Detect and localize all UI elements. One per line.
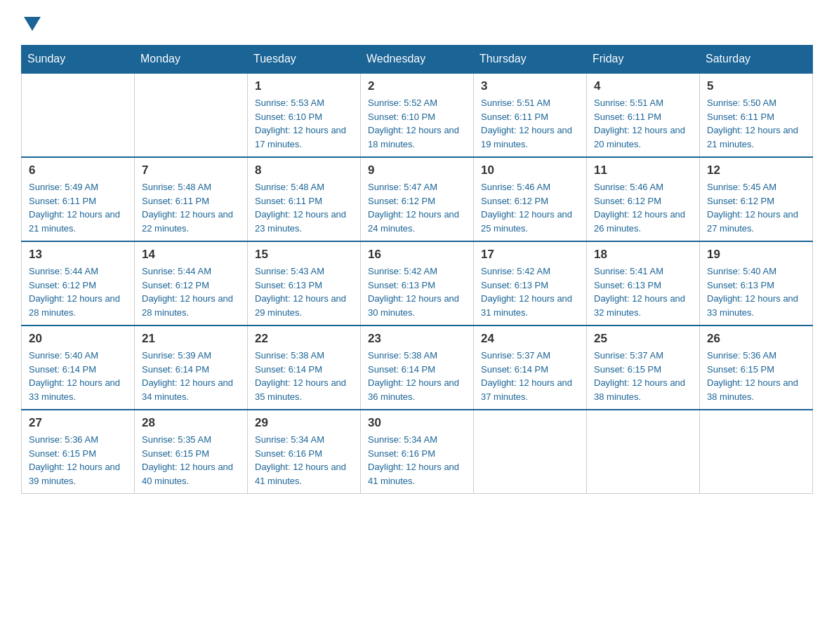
column-header-saturday: Saturday	[700, 46, 813, 74]
logo-triangle-icon	[24, 17, 41, 31]
day-cell: 16Sunrise: 5:42 AMSunset: 6:13 PMDayligh…	[361, 241, 474, 326]
column-header-wednesday: Wednesday	[361, 46, 474, 74]
day-cell	[587, 410, 700, 494]
day-cell: 5Sunrise: 5:50 AMSunset: 6:11 PMDaylight…	[700, 73, 813, 157]
day-info: Sunrise: 5:38 AMSunset: 6:14 PMDaylight:…	[368, 349, 466, 403]
day-cell	[22, 73, 135, 157]
day-info: Sunrise: 5:46 AMSunset: 6:12 PMDaylight:…	[481, 180, 579, 235]
day-cell: 18Sunrise: 5:41 AMSunset: 6:13 PMDayligh…	[587, 241, 700, 326]
day-number: 6	[29, 163, 127, 177]
day-cell: 10Sunrise: 5:46 AMSunset: 6:12 PMDayligh…	[474, 157, 587, 241]
logo	[21, 14, 41, 31]
day-cell: 20Sunrise: 5:40 AMSunset: 6:14 PMDayligh…	[22, 326, 135, 410]
day-info: Sunrise: 5:47 AMSunset: 6:12 PMDaylight:…	[368, 180, 466, 235]
day-number: 13	[29, 248, 127, 262]
day-number: 17	[481, 248, 579, 262]
day-number: 24	[481, 332, 579, 346]
day-cell: 12Sunrise: 5:45 AMSunset: 6:12 PMDayligh…	[700, 157, 813, 241]
day-cell: 23Sunrise: 5:38 AMSunset: 6:14 PMDayligh…	[361, 326, 474, 410]
day-cell: 3Sunrise: 5:51 AMSunset: 6:11 PMDaylight…	[474, 73, 587, 157]
day-number: 15	[255, 248, 353, 262]
day-cell: 21Sunrise: 5:39 AMSunset: 6:14 PMDayligh…	[135, 326, 248, 410]
day-number: 1	[255, 79, 353, 93]
day-cell: 28Sunrise: 5:35 AMSunset: 6:15 PMDayligh…	[135, 410, 248, 494]
day-cell: 13Sunrise: 5:44 AMSunset: 6:12 PMDayligh…	[22, 241, 135, 326]
day-info: Sunrise: 5:51 AMSunset: 6:11 PMDaylight:…	[594, 96, 692, 151]
day-number: 7	[142, 163, 240, 177]
day-cell: 1Sunrise: 5:53 AMSunset: 6:10 PMDaylight…	[248, 73, 361, 157]
day-info: Sunrise: 5:49 AMSunset: 6:11 PMDaylight:…	[29, 180, 127, 235]
column-header-friday: Friday	[587, 46, 700, 74]
day-cell: 22Sunrise: 5:38 AMSunset: 6:14 PMDayligh…	[248, 326, 361, 410]
week-row-1: 1Sunrise: 5:53 AMSunset: 6:10 PMDaylight…	[22, 73, 813, 157]
day-info: Sunrise: 5:37 AMSunset: 6:15 PMDaylight:…	[594, 349, 692, 403]
day-info: Sunrise: 5:40 AMSunset: 6:13 PMDaylight:…	[707, 264, 805, 319]
day-cell	[135, 73, 248, 157]
day-number: 8	[255, 163, 353, 177]
day-cell: 9Sunrise: 5:47 AMSunset: 6:12 PMDaylight…	[361, 157, 474, 241]
day-info: Sunrise: 5:48 AMSunset: 6:11 PMDaylight:…	[255, 180, 353, 235]
day-cell: 14Sunrise: 5:44 AMSunset: 6:12 PMDayligh…	[135, 241, 248, 326]
day-info: Sunrise: 5:42 AMSunset: 6:13 PMDaylight:…	[481, 264, 579, 319]
day-cell	[474, 410, 587, 494]
day-info: Sunrise: 5:44 AMSunset: 6:12 PMDaylight:…	[142, 264, 240, 319]
column-header-thursday: Thursday	[474, 46, 587, 74]
day-info: Sunrise: 5:52 AMSunset: 6:10 PMDaylight:…	[368, 96, 466, 151]
day-cell: 19Sunrise: 5:40 AMSunset: 6:13 PMDayligh…	[700, 241, 813, 326]
day-cell: 24Sunrise: 5:37 AMSunset: 6:14 PMDayligh…	[474, 326, 587, 410]
day-info: Sunrise: 5:35 AMSunset: 6:15 PMDaylight:…	[142, 433, 240, 488]
day-number: 14	[142, 248, 240, 262]
day-info: Sunrise: 5:43 AMSunset: 6:13 PMDaylight:…	[255, 264, 353, 319]
day-cell: 7Sunrise: 5:48 AMSunset: 6:11 PMDaylight…	[135, 157, 248, 241]
day-info: Sunrise: 5:48 AMSunset: 6:11 PMDaylight:…	[142, 180, 240, 235]
day-cell: 17Sunrise: 5:42 AMSunset: 6:13 PMDayligh…	[474, 241, 587, 326]
day-info: Sunrise: 5:44 AMSunset: 6:12 PMDaylight:…	[29, 264, 127, 319]
day-info: Sunrise: 5:37 AMSunset: 6:14 PMDaylight:…	[481, 349, 579, 403]
day-number: 3	[481, 79, 579, 93]
day-cell	[700, 410, 813, 494]
day-number: 25	[594, 332, 692, 346]
day-number: 30	[368, 416, 466, 430]
column-header-sunday: Sunday	[22, 46, 135, 74]
day-number: 21	[142, 332, 240, 346]
day-info: Sunrise: 5:45 AMSunset: 6:12 PMDaylight:…	[707, 180, 805, 235]
week-row-3: 13Sunrise: 5:44 AMSunset: 6:12 PMDayligh…	[22, 241, 813, 326]
column-header-tuesday: Tuesday	[248, 46, 361, 74]
day-number: 16	[368, 248, 466, 262]
day-number: 28	[142, 416, 240, 430]
day-number: 23	[368, 332, 466, 346]
week-row-4: 20Sunrise: 5:40 AMSunset: 6:14 PMDayligh…	[22, 326, 813, 410]
day-number: 29	[255, 416, 353, 430]
day-cell: 11Sunrise: 5:46 AMSunset: 6:12 PMDayligh…	[587, 157, 700, 241]
day-info: Sunrise: 5:50 AMSunset: 6:11 PMDaylight:…	[707, 96, 805, 151]
day-cell: 25Sunrise: 5:37 AMSunset: 6:15 PMDayligh…	[587, 326, 700, 410]
page-header	[21, 14, 813, 31]
day-cell: 6Sunrise: 5:49 AMSunset: 6:11 PMDaylight…	[22, 157, 135, 241]
day-number: 18	[594, 248, 692, 262]
calendar-header-row: SundayMondayTuesdayWednesdayThursdayFrid…	[22, 46, 813, 74]
day-number: 26	[707, 332, 805, 346]
day-number: 20	[29, 332, 127, 346]
week-row-2: 6Sunrise: 5:49 AMSunset: 6:11 PMDaylight…	[22, 157, 813, 241]
day-info: Sunrise: 5:46 AMSunset: 6:12 PMDaylight:…	[594, 180, 692, 235]
day-cell: 29Sunrise: 5:34 AMSunset: 6:16 PMDayligh…	[248, 410, 361, 494]
day-info: Sunrise: 5:39 AMSunset: 6:14 PMDaylight:…	[142, 349, 240, 403]
day-cell: 27Sunrise: 5:36 AMSunset: 6:15 PMDayligh…	[22, 410, 135, 494]
calendar-table: SundayMondayTuesdayWednesdayThursdayFrid…	[21, 45, 813, 494]
day-number: 12	[707, 163, 805, 177]
day-number: 11	[594, 163, 692, 177]
day-cell: 30Sunrise: 5:34 AMSunset: 6:16 PMDayligh…	[361, 410, 474, 494]
day-number: 27	[29, 416, 127, 430]
day-cell: 8Sunrise: 5:48 AMSunset: 6:11 PMDaylight…	[248, 157, 361, 241]
day-info: Sunrise: 5:53 AMSunset: 6:10 PMDaylight:…	[255, 96, 353, 151]
day-info: Sunrise: 5:38 AMSunset: 6:14 PMDaylight:…	[255, 349, 353, 403]
day-number: 2	[368, 79, 466, 93]
day-cell: 2Sunrise: 5:52 AMSunset: 6:10 PMDaylight…	[361, 73, 474, 157]
day-info: Sunrise: 5:36 AMSunset: 6:15 PMDaylight:…	[29, 433, 127, 488]
day-number: 9	[368, 163, 466, 177]
day-info: Sunrise: 5:40 AMSunset: 6:14 PMDaylight:…	[29, 349, 127, 403]
day-cell: 26Sunrise: 5:36 AMSunset: 6:15 PMDayligh…	[700, 326, 813, 410]
day-number: 22	[255, 332, 353, 346]
day-cell: 4Sunrise: 5:51 AMSunset: 6:11 PMDaylight…	[587, 73, 700, 157]
day-number: 19	[707, 248, 805, 262]
